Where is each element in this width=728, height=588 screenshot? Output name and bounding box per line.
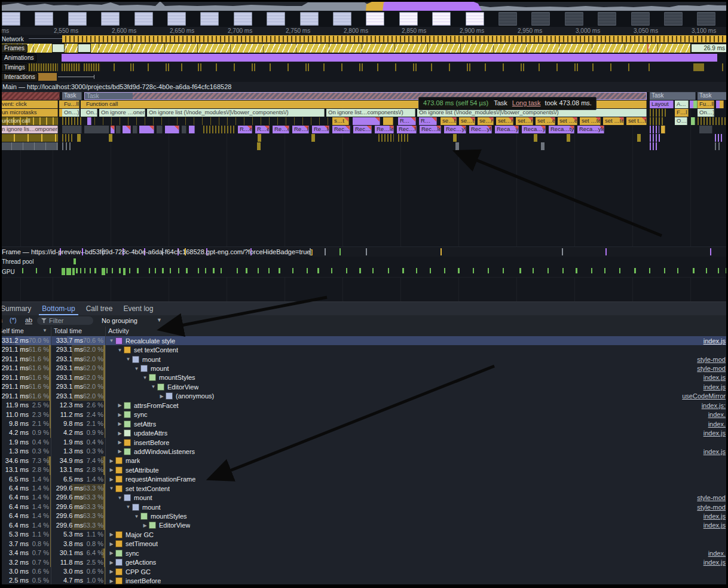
flame-block[interactable]: Reca…yle	[577, 126, 604, 133]
flame-block[interactable]: Re…le	[375, 126, 394, 133]
flame-block[interactable]	[534, 134, 537, 142]
flame-block[interactable]	[693, 100, 698, 108]
timings-track[interactable]: Timings	[0, 63, 728, 72]
match-case-icon[interactable]: a	[0, 316, 2, 324]
flame-block[interactable]	[62, 117, 82, 125]
flame-block[interactable]: Rec…le	[397, 126, 417, 133]
expand-closed-icon[interactable]: ▶	[116, 421, 124, 426]
flame-block[interactable]	[258, 134, 261, 142]
flame-block[interactable]: Re…e	[273, 126, 289, 133]
flame-block[interactable]: set …ent	[536, 117, 555, 125]
flame-block[interactable]: Task	[698, 92, 728, 100]
film-thumbnail[interactable]	[101, 12, 120, 26]
source-link[interactable]: index.js	[703, 522, 726, 529]
flame-block[interactable]	[203, 126, 235, 133]
flame-block[interactable]: On…)	[84, 109, 97, 117]
flame-block[interactable]	[378, 134, 394, 142]
time-ruler[interactable]: ms2,550 ms2,600 ms2,650 ms2,700 ms2,750 …	[0, 27, 728, 35]
film-thumbnail[interactable]	[2, 12, 20, 26]
flame-block[interactable]	[353, 117, 380, 125]
expand-open-icon[interactable]: ▼	[108, 486, 115, 491]
activity-header[interactable]: Activity	[108, 327, 129, 334]
flame-block[interactable]	[111, 126, 115, 133]
filter-input[interactable]: Filter	[37, 316, 93, 325]
flame-block[interactable]: set …tent	[580, 117, 601, 125]
flame-block[interactable]: R…e	[238, 126, 252, 133]
flame-block[interactable]	[0, 142, 58, 150]
flame-block[interactable]: set t…tent	[626, 117, 647, 125]
network-requests-bar[interactable]	[62, 35, 728, 42]
flame-block[interactable]: Fu…ll	[698, 100, 714, 108]
flame-block[interactable]: set…nt	[496, 117, 513, 125]
flame-block[interactable]	[62, 134, 74, 142]
source-link[interactable]: index.js	[703, 429, 726, 437]
expand-closed-icon[interactable]: ▶	[116, 412, 124, 418]
expand-open-icon[interactable]: ▼	[108, 338, 115, 343]
film-thumbnail[interactable]	[531, 12, 550, 26]
regex-icon[interactable]: (*)	[10, 316, 17, 324]
expand-closed-icon[interactable]: ▶	[108, 560, 115, 565]
flame-block[interactable]: Reca…tyle	[549, 126, 574, 133]
flame-block[interactable]: Task	[62, 92, 82, 100]
film-thumbnail[interactable]	[134, 12, 153, 26]
flame-block[interactable]	[691, 117, 695, 125]
flame-block[interactable]: Re…le	[292, 126, 309, 133]
film-thumbnail[interactable]	[234, 12, 252, 26]
flame-block[interactable]: A…	[675, 100, 689, 108]
expand-closed-icon[interactable]: ▶	[108, 477, 115, 482]
dropped-frame-block[interactable]	[647, 44, 649, 53]
animations-track[interactable]: Animations	[0, 53, 728, 63]
flame-block[interactable]	[567, 134, 570, 142]
expand-open-icon[interactable]: ▼	[149, 384, 157, 389]
cpu-overview-minimap[interactable]	[0, 0, 728, 11]
table-row[interactable]: 3.4 ms0.7 %30.1 ms6.4 %▶syncindex.	[0, 549, 728, 557]
source-link[interactable]: useCodeMirror	[682, 392, 726, 400]
flame-block[interactable]: Reca…yle	[495, 126, 519, 133]
table-row[interactable]: 11.0 ms2.3 %11.2 ms2.4 %▶syncindex.	[0, 410, 728, 419]
source-link[interactable]: index.js	[703, 337, 726, 345]
flame-block[interactable]: On ignore list (\/node_modules\/|\/bower…	[147, 109, 325, 117]
screenshot-filmstrip[interactable]	[0, 11, 728, 27]
flame-block[interactable]: set…nt	[516, 117, 533, 125]
table-row[interactable]: 291.1 ms61.6 %293.1 ms62.0 %▶(anonymous)…	[0, 392, 728, 401]
expand-closed-icon[interactable]: ▶	[141, 523, 149, 528]
flame-block[interactable]	[177, 117, 289, 125]
network-track[interactable]: Network	[0, 35, 728, 42]
source-link[interactable]: index.js	[703, 448, 726, 455]
flame-block[interactable]: Layout	[650, 100, 674, 108]
table-row[interactable]: 13.1 ms2.8 %13.1 ms2.8 %▶setAttribute	[0, 465, 728, 474]
flame-block[interactable]	[650, 126, 659, 133]
expand-open-icon[interactable]: ▼	[141, 375, 149, 380]
flame-block[interactable]	[182, 126, 186, 133]
film-thumbnail[interactable]	[432, 12, 451, 26]
tab-call-tree[interactable]: Call tree	[81, 302, 118, 315]
match-whole-word-icon[interactable]: ab	[25, 316, 32, 324]
table-row[interactable]: 2.5 ms0.5 %4.7 ms1.0 %▶insertBefore	[0, 576, 728, 585]
expand-closed-icon[interactable]: ▶	[116, 403, 124, 408]
flame-block[interactable]	[294, 117, 329, 125]
flame-block[interactable]	[189, 126, 195, 133]
expand-closed-icon[interactable]: ▶	[108, 467, 115, 473]
flame-block[interactable]	[650, 117, 663, 125]
flame-block[interactable]: F…l	[675, 109, 689, 117]
film-thumbnail[interactable]	[68, 12, 87, 26]
self-time-header[interactable]: Self time	[0, 327, 24, 334]
good-frame-block[interactable]	[78, 44, 91, 53]
flame-block[interactable]	[0, 92, 60, 100]
flame-block[interactable]: se…nt	[478, 117, 494, 125]
table-row[interactable]: 3.7 ms0.8 %3.8 ms0.8 %▶setTimeout	[0, 540, 728, 549]
flame-block[interactable]: Rec…le	[420, 126, 441, 133]
expand-closed-icon[interactable]: ▶	[158, 394, 166, 399]
table-row[interactable]: 291.1 ms61.6 %293.1 ms62.0 %▼set textCon…	[0, 345, 728, 354]
expand-open-icon[interactable]: ▼	[124, 504, 132, 510]
flame-block[interactable]: un microtasks	[0, 109, 58, 117]
film-thumbnail[interactable]	[598, 12, 616, 26]
tab-bottom-up[interactable]: Bottom-up	[36, 302, 80, 315]
flame-block[interactable]	[650, 142, 658, 150]
tab-summary[interactable]: Summary	[0, 302, 36, 315]
flame-block[interactable]: Rec…e	[332, 126, 350, 133]
flame-block[interactable]: vent: click	[0, 100, 58, 108]
source-link[interactable]: index.js:	[702, 402, 726, 409]
table-row[interactable]: 34.6 ms7.3 %34.9 ms7.4 %▶mark	[0, 456, 728, 465]
flame-block[interactable]: On…)	[698, 109, 714, 117]
